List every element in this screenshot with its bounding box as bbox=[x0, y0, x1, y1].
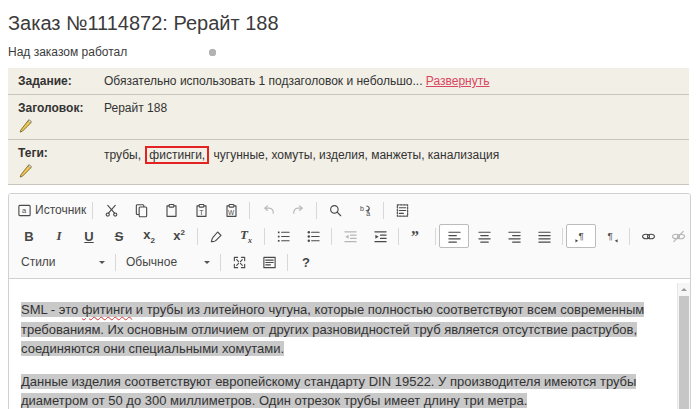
worked-on-label: Над заказом работал bbox=[8, 45, 127, 59]
toolbar-separator bbox=[220, 254, 221, 271]
outdent-button[interactable] bbox=[335, 224, 365, 248]
toolbar-separator bbox=[435, 228, 436, 245]
scrollbar-up-arrow[interactable] bbox=[678, 283, 690, 295]
bulleted-list-button[interactable] bbox=[298, 224, 328, 248]
title-row: Заголовок: Рерайт 188 bbox=[8, 95, 689, 140]
cut-button[interactable] bbox=[96, 198, 126, 222]
svg-text:a: a bbox=[22, 206, 27, 215]
select-all-icon bbox=[395, 203, 410, 218]
undo-button[interactable] bbox=[253, 198, 283, 222]
blockquote-button[interactable]: ” bbox=[402, 224, 432, 248]
editor-scrollbar[interactable] bbox=[677, 283, 690, 409]
source-icon: a bbox=[17, 203, 32, 218]
paste-plain-text-button[interactable]: T bbox=[186, 198, 216, 222]
source-button[interactable]: a Источник bbox=[14, 198, 89, 222]
superscript-button[interactable]: x2 bbox=[164, 224, 194, 248]
justify-button[interactable] bbox=[529, 224, 559, 248]
tags-after: чугунные, хомуты, изделия, манжеты, кана… bbox=[214, 148, 500, 162]
align-right-button[interactable] bbox=[499, 224, 529, 248]
align-center-icon bbox=[477, 229, 492, 244]
tag-highlighted: фистинги, bbox=[149, 148, 205, 162]
text-direction-ltr-button[interactable]: ¶ bbox=[566, 224, 596, 248]
redo-icon bbox=[291, 203, 306, 218]
numbered-list-button[interactable] bbox=[268, 224, 298, 248]
remove-format-button[interactable]: Tx bbox=[231, 224, 261, 248]
task-value: Обязательно использовать 1 подзаголовок … bbox=[104, 74, 423, 88]
text-direction-rtl-button[interactable]: ¶ bbox=[596, 224, 626, 248]
subscript-button[interactable]: x2 bbox=[134, 224, 164, 248]
toolbar-separator bbox=[629, 228, 630, 245]
subscript-icon: x2 bbox=[143, 227, 155, 245]
paragraph-1: SML - это фитинги и трубы из литейного ч… bbox=[21, 300, 664, 359]
italic-button[interactable]: I bbox=[44, 224, 74, 248]
svg-text:¶: ¶ bbox=[578, 230, 583, 241]
replace-button[interactable]: ba bbox=[350, 198, 380, 222]
underline-button[interactable]: U bbox=[74, 224, 104, 248]
pencil-icon bbox=[18, 118, 33, 133]
maximize-icon bbox=[232, 255, 247, 270]
paste-button[interactable] bbox=[156, 198, 186, 222]
bold-button[interactable]: B bbox=[14, 224, 44, 248]
paragraph-2: Данные изделия соответствуют европейском… bbox=[21, 372, 664, 409]
paste-from-word-button[interactable]: W bbox=[216, 198, 246, 222]
copy-formatting-button[interactable] bbox=[201, 224, 231, 248]
svg-text:”: ” bbox=[410, 229, 418, 244]
chevron-down-icon bbox=[99, 261, 105, 267]
align-center-button[interactable] bbox=[469, 224, 499, 248]
styles-dropdown[interactable]: Стили bbox=[14, 250, 112, 274]
toolbar-separator bbox=[383, 202, 384, 219]
scrollbar-thumb[interactable] bbox=[679, 296, 689, 409]
expand-link[interactable]: Развернуть bbox=[426, 74, 490, 88]
page-title: Заказ №1114872: Рерайт 188 bbox=[8, 12, 692, 35]
format-dropdown[interactable]: Обычное bbox=[119, 250, 217, 274]
scissors-icon bbox=[104, 203, 119, 218]
title-label: Заголовок: bbox=[18, 101, 83, 115]
editor-content-area[interactable]: SML - это фитинги и трубы из литейного ч… bbox=[9, 283, 690, 409]
italic-icon: I bbox=[56, 228, 61, 244]
select-all-button[interactable] bbox=[387, 198, 417, 222]
strikethrough-button[interactable]: S bbox=[104, 224, 134, 248]
paste-text-icon: T bbox=[194, 203, 209, 218]
toolbar-separator bbox=[197, 228, 198, 245]
justify-icon bbox=[537, 229, 552, 244]
editor-toolbar: a Источник T W ba B I bbox=[9, 194, 690, 279]
edit-title-button[interactable] bbox=[18, 118, 33, 133]
rich-text-editor: a Источник T W ba B I bbox=[8, 193, 691, 409]
svg-text:b: b bbox=[360, 204, 364, 211]
indent-button[interactable] bbox=[365, 224, 395, 248]
copy-icon bbox=[134, 203, 149, 218]
anchor-button[interactable] bbox=[693, 224, 700, 248]
chevron-down-icon bbox=[204, 261, 210, 267]
toolbar-separator bbox=[562, 228, 563, 245]
copy-button[interactable] bbox=[126, 198, 156, 222]
toolbar-separator bbox=[287, 254, 288, 271]
unlink-icon bbox=[671, 229, 686, 244]
order-info-table: Задание: Обязательно использовать 1 подз… bbox=[8, 68, 689, 185]
show-blocks-icon bbox=[262, 255, 277, 270]
edit-tags-button[interactable] bbox=[18, 163, 33, 178]
misspelled-word: фитинги bbox=[82, 302, 132, 317]
superscript-icon: x2 bbox=[173, 228, 185, 243]
toolbar-separator bbox=[264, 228, 265, 245]
p1-text-before: SML - это bbox=[21, 302, 82, 317]
paste-word-icon: W bbox=[224, 203, 239, 218]
unlink-button[interactable] bbox=[663, 224, 693, 248]
replace-icon: ba bbox=[358, 203, 373, 218]
find-button[interactable] bbox=[320, 198, 350, 222]
toolbar-separator bbox=[316, 202, 317, 219]
title-value: Рерайт 188 bbox=[104, 101, 167, 115]
underline-icon: U bbox=[84, 229, 93, 244]
align-left-button[interactable] bbox=[439, 224, 469, 248]
numbered-list-icon bbox=[276, 229, 291, 244]
bold-icon: B bbox=[24, 229, 33, 244]
help-icon: ? bbox=[302, 255, 310, 270]
arrow-up-icon bbox=[681, 285, 687, 291]
styles-dropdown-label: Стили bbox=[21, 255, 56, 269]
paste-icon bbox=[164, 203, 179, 218]
link-button[interactable] bbox=[633, 224, 663, 248]
about-button[interactable]: ? bbox=[291, 250, 321, 274]
show-blocks-button[interactable] bbox=[254, 250, 284, 274]
maximize-button[interactable] bbox=[224, 250, 254, 274]
annotation-red-box: фистинги, bbox=[145, 146, 209, 164]
redo-button[interactable] bbox=[283, 198, 313, 222]
